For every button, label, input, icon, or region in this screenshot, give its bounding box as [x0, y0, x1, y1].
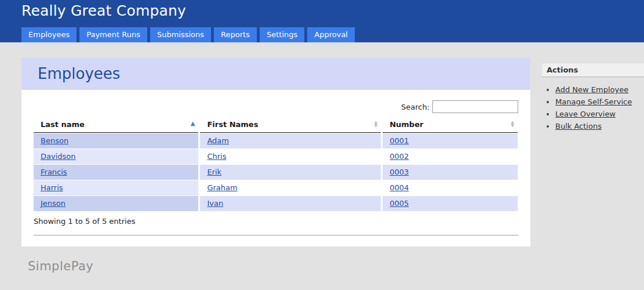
- table-area: Search: ▲ Last name ▲▼ First Names: [21, 100, 530, 235]
- tab-employees[interactable]: Employees: [21, 27, 77, 42]
- actions-sidebar: Actions Add New Employee Manage Self-Ser…: [542, 63, 644, 134]
- page: Really Great Company Employees Payment R…: [0, 0, 644, 290]
- table-row: Francis Erik 0003: [34, 165, 518, 180]
- employee-number-link[interactable]: 0003: [390, 168, 409, 176]
- employee-number-link[interactable]: 0001: [390, 136, 409, 145]
- employee-first-names-link[interactable]: Erik: [207, 168, 221, 176]
- sort-asc-icon: ▲: [191, 121, 195, 126]
- table-row: Benson Adam 0001: [34, 133, 518, 148]
- employee-number-link[interactable]: 0004: [390, 183, 409, 192]
- employee-first-names-link[interactable]: Adam: [207, 136, 229, 145]
- list-item: Bulk Actions: [555, 122, 644, 130]
- simplepay-logo: SimplePay: [28, 259, 93, 273]
- employee-last-name-link[interactable]: Benson: [41, 136, 68, 145]
- content-panel: Employees Search: ▲ Last name ▲▼ Fi: [21, 58, 530, 246]
- leave-overview-link[interactable]: Leave Overview: [555, 110, 616, 118]
- search-row: Search:: [34, 100, 518, 114]
- bulk-actions-link[interactable]: Bulk Actions: [555, 122, 602, 130]
- list-item: Add New Employee: [555, 85, 644, 94]
- table-header-row: ▲ Last name ▲▼ First Names ▲▼ Number: [34, 118, 518, 133]
- column-header-last-name[interactable]: ▲ Last name: [34, 118, 198, 133]
- table-info: Showing 1 to 5 of 5 entries: [34, 217, 518, 226]
- employee-first-names-link[interactable]: Ivan: [207, 199, 223, 208]
- column-header-first-names[interactable]: ▲▼ First Names: [200, 118, 381, 133]
- tab-approval[interactable]: Approval: [307, 27, 355, 42]
- employee-last-name-link[interactable]: Francis: [41, 168, 67, 176]
- employee-last-name-link[interactable]: Jenson: [41, 199, 66, 208]
- search-label: Search:: [401, 103, 430, 111]
- tab-submissions[interactable]: Submissions: [150, 27, 211, 42]
- employee-first-names-link[interactable]: Graham: [207, 183, 237, 192]
- list-item: Manage Self-Service: [555, 97, 644, 106]
- list-item: Leave Overview: [555, 110, 644, 118]
- employees-table: ▲ Last name ▲▼ First Names ▲▼ Number: [32, 117, 519, 212]
- table-row: Harris Graham 0004: [34, 180, 518, 195]
- employee-number-link[interactable]: 0005: [390, 199, 409, 208]
- page-title-band: Employees: [21, 58, 530, 90]
- actions-header: Actions: [542, 63, 644, 77]
- sort-both-icon: ▲▼: [511, 121, 514, 128]
- app-header: Really Great Company Employees Payment R…: [0, 0, 644, 42]
- tab-reports[interactable]: Reports: [214, 27, 257, 42]
- table-row: Davidson Chris 0002: [34, 149, 518, 164]
- employee-number-link[interactable]: 0002: [390, 152, 409, 161]
- employee-first-names-link[interactable]: Chris: [207, 152, 226, 161]
- sort-both-icon: ▲▼: [374, 121, 377, 128]
- employee-last-name-link[interactable]: Harris: [41, 183, 63, 192]
- divider: [34, 235, 518, 235]
- table-row: Jenson Ivan 0005: [34, 196, 518, 211]
- add-new-employee-link[interactable]: Add New Employee: [555, 85, 628, 94]
- company-title: Really Great Company: [21, 2, 186, 19]
- main-nav: Employees Payment Runs Submissions Repor…: [21, 27, 355, 42]
- tab-settings[interactable]: Settings: [260, 27, 304, 42]
- manage-self-service-link[interactable]: Manage Self-Service: [555, 97, 632, 106]
- column-header-number[interactable]: ▲▼ Number: [383, 118, 518, 133]
- tab-payment-runs[interactable]: Payment Runs: [79, 27, 147, 42]
- search-input[interactable]: [432, 100, 518, 113]
- page-title: Employees: [21, 58, 530, 82]
- actions-list: Add New Employee Manage Self-Service Lea…: [542, 85, 644, 130]
- employee-last-name-link[interactable]: Davidson: [41, 152, 76, 161]
